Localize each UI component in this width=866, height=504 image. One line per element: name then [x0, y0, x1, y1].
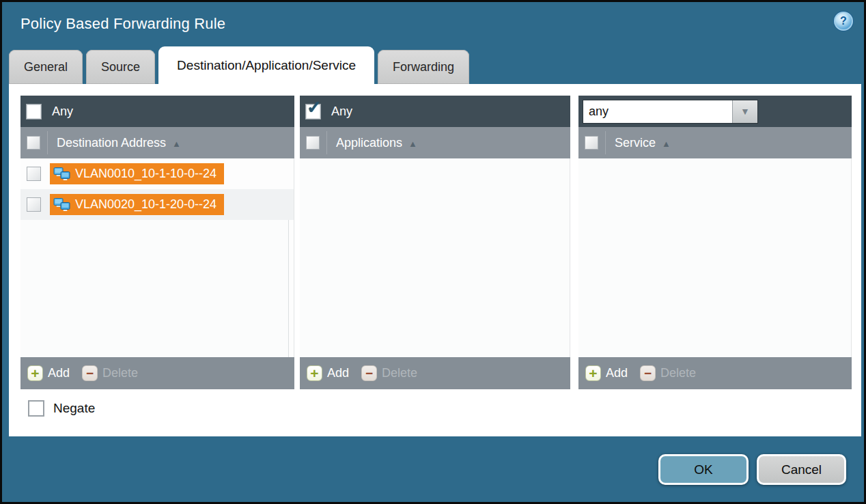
ok-button[interactable]: OK [658, 454, 749, 485]
applications-column-title[interactable]: Applications [336, 136, 402, 150]
delete-button[interactable]: − Delete [361, 365, 417, 381]
applications-any-header: ✓ Any [300, 96, 570, 127]
dialog-titlebar: Policy Based Forwarding Rule [2, 2, 864, 46]
plus-icon: + [307, 365, 322, 381]
applications-list [300, 158, 570, 357]
help-button[interactable]: ? [834, 12, 853, 31]
applications-panel: ✓ Any Applications ▲ + Add [300, 96, 570, 389]
service-select-all-checkbox[interactable] [585, 136, 598, 150]
service-toolbar: + Add − Delete [578, 357, 852, 389]
minus-icon: − [82, 365, 98, 381]
cancel-button[interactable]: Cancel [757, 454, 846, 485]
sort-asc-icon[interactable]: ▲ [662, 137, 671, 149]
service-list [578, 158, 852, 357]
address-object-chip[interactable]: VLAN0010_10-1-10-0--24 [50, 163, 224, 184]
plus-icon: + [585, 365, 601, 381]
address-object-label: VLAN0010_10-1-10-0--24 [75, 167, 216, 181]
service-panel: any ▼ Service ▲ + [578, 96, 852, 389]
negate-option: Negate [28, 400, 861, 417]
sort-asc-icon[interactable]: ▲ [408, 137, 417, 149]
plus-icon: + [27, 365, 43, 381]
destination-column-header: Destination Address ▲ [20, 127, 294, 158]
add-button-label: Add [48, 366, 70, 380]
tab-content-panel: Any Destination Address ▲ VLAN0010_10-1-… [9, 84, 861, 436]
destination-any-header: Any [20, 96, 294, 127]
delete-button[interactable]: − Delete [82, 365, 138, 381]
delete-button-label: Delete [102, 366, 138, 380]
negate-label: Negate [53, 401, 95, 416]
service-dropdown-header: any ▼ [578, 96, 852, 127]
help-icon: ? [840, 15, 847, 27]
service-type-dropdown[interactable]: any ▼ [583, 100, 758, 124]
dialog-title: Policy Based Forwarding Rule [20, 15, 225, 33]
minus-icon: − [640, 365, 656, 381]
policy-forwarding-dialog: Policy Based Forwarding Rule ? General S… [0, 0, 866, 504]
destination-address-panel: Any Destination Address ▲ VLAN0010_10-1-… [20, 96, 294, 389]
network-icon [53, 198, 70, 212]
minus-icon: − [361, 365, 377, 381]
table-row[interactable]: VLAN0020_10-1-20-0--24 [20, 189, 294, 220]
destination-any-checkbox[interactable] [26, 104, 42, 120]
negate-checkbox[interactable] [28, 400, 44, 417]
delete-button-label: Delete [660, 366, 696, 380]
destination-address-list: VLAN0010_10-1-10-0--24 VLAN0020_10-1-20-… [20, 158, 294, 357]
table-row[interactable]: VLAN0010_10-1-10-0--24 [20, 158, 294, 189]
delete-button[interactable]: − Delete [640, 365, 696, 381]
add-button[interactable]: + Add [585, 365, 628, 381]
destination-any-label: Any [52, 104, 73, 119]
applications-toolbar: + Add − Delete [300, 357, 570, 389]
applications-column-header: Applications ▲ [300, 127, 570, 158]
checkmark-icon: ✓ [307, 98, 322, 116]
service-type-value[interactable]: any [583, 100, 732, 123]
destination-toolbar: + Add − Delete [20, 357, 294, 389]
tab-general[interactable]: General [9, 50, 83, 84]
tab-forwarding[interactable]: Forwarding [378, 50, 469, 84]
tab-source[interactable]: Source [86, 50, 155, 84]
add-button-label: Add [327, 366, 349, 380]
delete-button-label: Delete [382, 366, 417, 380]
dialog-footer: OK Cancel [2, 434, 864, 502]
applications-any-label: Any [331, 104, 352, 119]
destination-column-title[interactable]: Destination Address [57, 136, 166, 150]
applications-any-checkbox[interactable]: ✓ [305, 104, 321, 120]
sort-asc-icon[interactable]: ▲ [172, 137, 181, 149]
chevron-down-icon: ▼ [740, 106, 750, 117]
add-button-label: Add [606, 366, 628, 380]
service-column-title[interactable]: Service [615, 136, 656, 150]
applications-select-all-checkbox[interactable] [306, 136, 320, 150]
dropdown-button[interactable]: ▼ [732, 100, 757, 123]
address-object-label: VLAN0020_10-1-20-0--24 [75, 197, 216, 212]
tab-bar: General Source Destination/Application/S… [2, 46, 864, 84]
service-column-header: Service ▲ [578, 127, 852, 158]
address-object-chip[interactable]: VLAN0020_10-1-20-0--24 [50, 194, 224, 215]
destination-select-all-checkbox[interactable] [27, 136, 40, 150]
add-button[interactable]: + Add [27, 365, 70, 381]
network-icon [53, 167, 70, 181]
row-checkbox[interactable] [27, 167, 41, 181]
add-button[interactable]: + Add [307, 365, 349, 381]
row-checkbox[interactable] [27, 197, 41, 212]
tab-destination-application-service[interactable]: Destination/Application/Service [158, 46, 374, 84]
